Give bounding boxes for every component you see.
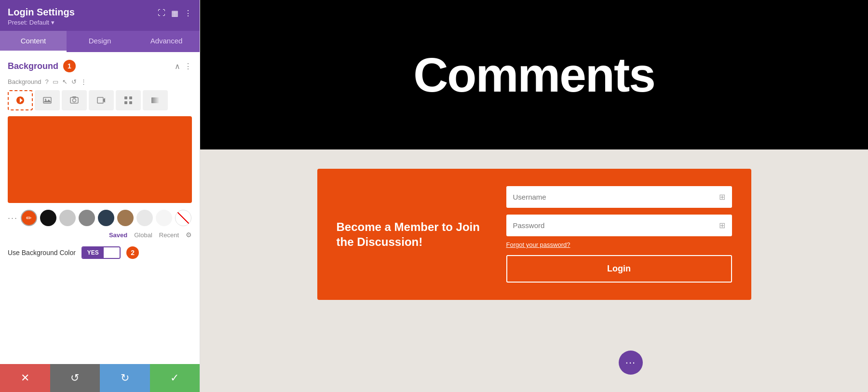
swatch-white1[interactable] [136, 210, 153, 226]
swatch-black[interactable] [40, 210, 56, 226]
swatch-light-gray[interactable] [59, 210, 76, 226]
saved-global-recent-row: Saved Global Recent ⚙ [8, 231, 192, 239]
tabs-bar: Content Design Advanced [0, 31, 200, 52]
undo-button[interactable]: ↺ [50, 364, 100, 392]
panel-footer: ✕ ↺ ↻ ✓ [0, 364, 200, 392]
svg-rect-10 [151, 97, 159, 103]
use-bg-color-row: Use Background Color YES 2 [8, 246, 192, 259]
password-field-row: ⊞ [506, 215, 732, 236]
collapse-icon[interactable]: ∧ [175, 62, 180, 71]
panel-body: Background 1 ∧ ⋮ Background ? ▭ ↖ ↺ ⋮ [0, 52, 200, 364]
swatch-mid-gray[interactable] [79, 210, 95, 226]
tab-design[interactable]: Design [67, 31, 133, 52]
password-input[interactable] [513, 221, 719, 230]
save-button[interactable]: ✓ [150, 364, 200, 392]
bg-device-icon[interactable]: ▭ [53, 78, 58, 85]
section-more-icon[interactable]: ⋮ [184, 62, 192, 71]
login-card: Become a Member to Join the Discussion! … [317, 169, 751, 300]
svg-rect-9 [129, 101, 132, 104]
username-input[interactable] [513, 193, 719, 201]
login-area: Become a Member to Join the Discussion! … [200, 149, 868, 392]
bg-type-color[interactable] [8, 90, 33, 110]
redo-button[interactable]: ↻ [100, 364, 150, 392]
password-icon: ⊞ [719, 221, 725, 230]
section-collapse-icons: ∧ ⋮ [175, 62, 192, 71]
bg-type-icons [8, 90, 192, 110]
swatch-tan[interactable] [117, 210, 134, 226]
tab-content[interactable]: Content [0, 31, 67, 52]
section-title: Background [8, 61, 58, 71]
panel-preset[interactable]: Preset: Default [8, 19, 75, 26]
comments-banner: Comments [200, 0, 868, 149]
swatch-dark-blue[interactable] [98, 210, 114, 226]
swatch-white2[interactable] [156, 210, 172, 226]
section-title-row: Background 1 [8, 60, 76, 72]
bg-label-text: Background [8, 78, 41, 85]
use-bg-label: Use Background Color [8, 249, 76, 257]
tab-advanced[interactable]: Advanced [133, 31, 200, 52]
login-form: ⊞ ⊞ Forgot your password? Login [506, 186, 732, 283]
panel-title: Login Settings [8, 7, 75, 18]
login-tagline: Become a Member to Join the Discussion! [337, 219, 487, 249]
toggle-no [104, 247, 120, 258]
panel-header-icons: ⛶ ▦ ⋮ [158, 9, 192, 18]
global-tab[interactable]: Global [134, 231, 152, 239]
swatches-more-dots[interactable]: ··· [8, 213, 18, 223]
use-bg-toggle[interactable]: YES [81, 246, 121, 259]
main-area: Comments Become a Member to Join the Dis… [200, 0, 868, 392]
bg-cursor-icon[interactable]: ↖ [62, 78, 68, 85]
section-header: Background 1 ∧ ⋮ [8, 60, 192, 72]
recent-tab[interactable]: Recent [159, 231, 179, 239]
saved-tab[interactable]: Saved [109, 231, 127, 239]
bg-label-row: Background ? ▭ ↖ ↺ ⋮ [8, 78, 192, 85]
grid-icon[interactable]: ▦ [171, 9, 178, 18]
comments-title: Comments [413, 47, 655, 103]
svg-point-2 [73, 99, 76, 102]
bg-type-gradient[interactable] [143, 90, 168, 110]
login-button[interactable]: Login [506, 255, 732, 283]
username-field-row: ⊞ [506, 186, 732, 208]
svg-rect-8 [124, 101, 127, 104]
use-bg-badge: 2 [126, 246, 139, 259]
forgot-password-link[interactable]: Forgot your password? [506, 241, 732, 248]
panel-header: Login Settings Preset: Default ⛶ ▦ ⋮ [0, 0, 200, 31]
section-badge: 1 [63, 60, 76, 72]
floating-dots-button[interactable]: ··· [619, 351, 643, 375]
username-icon: ⊞ [719, 192, 725, 202]
color-swatches-row: ··· ✏ [8, 210, 192, 226]
svg-rect-7 [129, 96, 132, 99]
bg-type-video[interactable] [89, 90, 114, 110]
svg-point-1 [45, 99, 46, 100]
color-preview-box[interactable] [8, 116, 192, 203]
svg-rect-6 [124, 96, 127, 99]
bg-label-more[interactable]: ⋮ [81, 78, 87, 85]
svg-rect-4 [72, 96, 76, 98]
bg-type-pattern[interactable] [116, 90, 141, 110]
saved-settings-icon[interactable]: ⚙ [186, 231, 192, 239]
bg-type-image[interactable] [35, 90, 60, 110]
swatch-slash[interactable] [175, 210, 191, 226]
bg-reset-icon[interactable]: ↺ [71, 78, 77, 85]
left-panel: Login Settings Preset: Default ⛶ ▦ ⋮ Con… [0, 0, 200, 392]
cancel-button[interactable]: ✕ [0, 364, 50, 392]
bg-type-photo[interactable] [62, 90, 87, 110]
svg-rect-5 [97, 97, 103, 103]
more-icon[interactable]: ⋮ [184, 9, 192, 18]
fullscreen-icon[interactable]: ⛶ [158, 9, 165, 18]
bg-help-icon[interactable]: ? [45, 78, 48, 85]
toggle-yes[interactable]: YES [82, 247, 104, 258]
swatch-active-pencil[interactable]: ✏ [21, 210, 37, 226]
svg-rect-0 [43, 97, 51, 103]
